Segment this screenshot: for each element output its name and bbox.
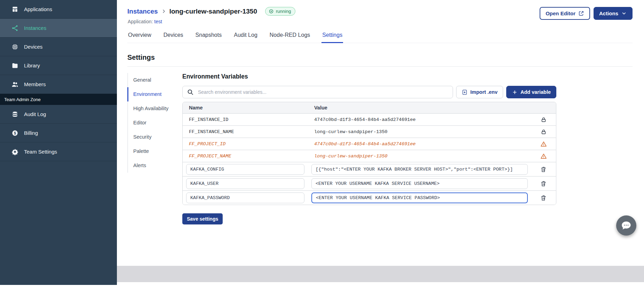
- devices-icon: [11, 43, 18, 50]
- breadcrumb: Instances long-curlew-sandpiper-1350 run…: [127, 7, 295, 16]
- settings-title: Settings: [127, 54, 633, 62]
- actions-label: Actions: [599, 10, 618, 16]
- sidebar-item-label: Team Settings: [24, 149, 57, 155]
- lock-icon: [541, 129, 547, 135]
- env-value-input[interactable]: [311, 164, 528, 175]
- header-left: Instances long-curlew-sandpiper-1350 run…: [127, 7, 295, 24]
- sidebar-item-label: Applications: [24, 6, 52, 12]
- header-actions: Open Editor Actions: [540, 7, 633, 20]
- tab-audit-log[interactable]: Audit Log: [233, 30, 258, 43]
- tab-overview[interactable]: Overview: [127, 30, 152, 43]
- trash-icon[interactable]: [540, 166, 547, 173]
- sidebar-item-billing[interactable]: $ Billing: [0, 124, 117, 142]
- table-row: FF_INSTANCE_NAME long-curlew-sandpiper-1…: [183, 125, 556, 138]
- lock-icon: [541, 117, 547, 123]
- applications-icon: [11, 6, 18, 13]
- chevron-down-icon: [621, 10, 627, 16]
- header-value: Value: [308, 105, 531, 110]
- warning-icon: [540, 141, 547, 147]
- sidebar-item-members[interactable]: Members: [0, 75, 117, 94]
- sidebar-item-label: Members: [24, 81, 46, 87]
- tab-devices[interactable]: Devices: [163, 30, 184, 43]
- env-variables-table: Name Value FF_INSTANCE_ID 4747c0bd-d1f3-…: [182, 102, 556, 205]
- env-name: FF_PROJECT_NAME: [183, 154, 308, 159]
- main-content: Instances long-curlew-sandpiper-1350 run…: [117, 0, 644, 287]
- sidebar-item-instances[interactable]: Instances: [0, 19, 117, 38]
- sidebar-item-label: Instances: [24, 25, 46, 31]
- env-value: 4747c0bd-d1f3-4654-84b4-aa5d274691ee: [308, 117, 531, 122]
- open-editor-label: Open Editor: [546, 10, 575, 16]
- footer-band: [117, 266, 644, 282]
- env-value: long-curlew-sandpiper-1350: [308, 129, 531, 134]
- app-window: Applications Instances Devices Library M…: [0, 0, 644, 287]
- search-wrap: [182, 86, 453, 98]
- sidebar-item-audit-log[interactable]: Audit Log: [0, 105, 117, 124]
- instance-name: long-curlew-sandpiper-1350: [169, 8, 257, 15]
- open-editor-button[interactable]: Open Editor: [540, 7, 590, 20]
- chevron-right-icon: [161, 9, 166, 14]
- table-row: [183, 162, 556, 176]
- sidebar: Applications Instances Devices Library M…: [0, 0, 117, 285]
- tab-node-red-logs[interactable]: Node-RED Logs: [269, 30, 311, 43]
- trash-icon[interactable]: [540, 195, 547, 201]
- plus-icon: [512, 89, 518, 95]
- svg-text:$: $: [14, 131, 16, 135]
- sidebar-item-label: Audit Log: [24, 111, 46, 117]
- status-badge: running: [265, 7, 295, 16]
- sidebar-item-devices[interactable]: Devices: [0, 38, 117, 56]
- table-row: FF_PROJECT_ID 4747c0bd-d1f3-4654-84b4-aa…: [183, 138, 556, 150]
- add-variable-button[interactable]: Add variable: [506, 86, 556, 98]
- settings-content: Settings General Environment High Availa…: [117, 54, 644, 224]
- settings-body: General Environment High Availability Ed…: [127, 73, 633, 224]
- save-settings-button[interactable]: Save settings: [182, 213, 223, 224]
- env-value-input[interactable]: [311, 178, 528, 189]
- env-name-input[interactable]: [186, 192, 304, 203]
- library-icon: [11, 62, 18, 69]
- search-input[interactable]: [182, 86, 453, 98]
- actions-button[interactable]: Actions: [594, 7, 633, 20]
- table-header: Name Value: [183, 102, 556, 113]
- billing-icon: $: [11, 130, 18, 137]
- sidebar-item-applications[interactable]: Applications: [0, 0, 117, 19]
- subnav-item-editor[interactable]: Editor: [127, 116, 182, 130]
- env-name-input[interactable]: [186, 178, 304, 189]
- panel-title: Environment Variables: [182, 73, 556, 80]
- subnav-item-alerts[interactable]: Alerts: [127, 158, 182, 173]
- import-env-button[interactable]: Import .env: [456, 86, 503, 98]
- env-toolbar: Import .env Add variable: [182, 86, 556, 98]
- subnav-item-general[interactable]: General: [127, 73, 182, 87]
- subnav-item-security[interactable]: Security: [127, 130, 182, 144]
- warning-icon: [540, 153, 547, 159]
- subnav-item-environment[interactable]: Environment: [127, 87, 182, 101]
- subnav-item-high-availability[interactable]: High Availability: [127, 101, 182, 116]
- application-link[interactable]: test: [154, 19, 162, 24]
- tab-settings[interactable]: Settings: [321, 30, 343, 43]
- team-admin-zone-label: Team Admin Zone: [0, 94, 117, 105]
- env-value: 4747c0bd-d1f3-4654-84b4-aa5d274691ee: [308, 141, 531, 147]
- sidebar-item-label: Billing: [24, 130, 38, 136]
- search-icon: [187, 89, 194, 96]
- sidebar-item-team-settings[interactable]: Team Settings: [0, 142, 117, 161]
- add-variable-label: Add variable: [520, 89, 551, 95]
- application-line: Application: test: [127, 19, 295, 24]
- chat-icon: [620, 220, 632, 231]
- tab-snapshots[interactable]: Snapshots: [195, 30, 223, 43]
- running-status-icon: [269, 9, 274, 14]
- env-value: long-curlew-sandpiper-1350: [308, 154, 531, 159]
- env-name-input[interactable]: [186, 164, 304, 175]
- import-icon: [462, 89, 468, 95]
- chat-widget-button[interactable]: [616, 215, 636, 236]
- table-row: [183, 190, 556, 205]
- external-link-icon: [578, 10, 584, 16]
- members-icon: [11, 81, 18, 88]
- trash-icon[interactable]: [540, 180, 547, 187]
- instances-icon: [11, 25, 18, 32]
- table-row: FF_INSTANCE_ID 4747c0bd-d1f3-4654-84b4-a…: [183, 113, 556, 125]
- env-value-input-focused[interactable]: [311, 192, 528, 203]
- table-row: FF_PROJECT_NAME long-curlew-sandpiper-13…: [183, 150, 556, 162]
- breadcrumb-instances-link[interactable]: Instances: [127, 8, 158, 15]
- sidebar-item-library[interactable]: Library: [0, 56, 117, 75]
- subnav-item-palette[interactable]: Palette: [127, 144, 182, 158]
- settings-divider: [127, 66, 633, 67]
- application-label: Application:: [128, 19, 153, 24]
